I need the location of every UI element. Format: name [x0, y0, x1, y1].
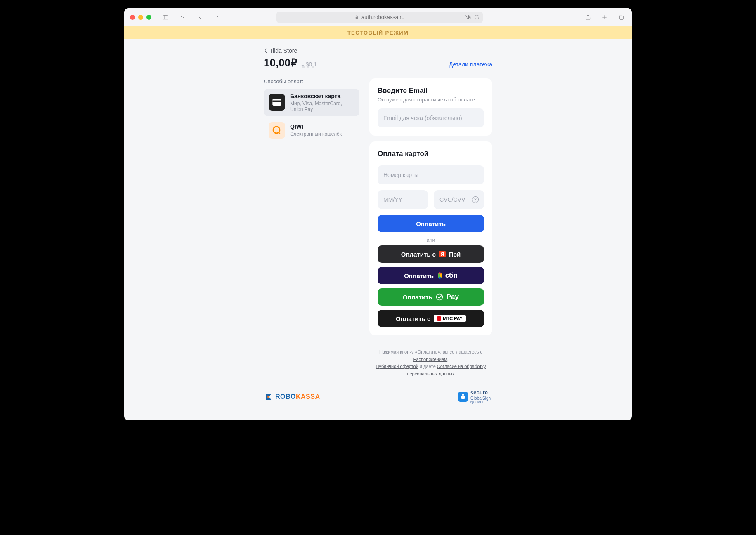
methods-title: Способы оплат:: [264, 78, 359, 85]
browser-window: auth.robokassa.ru ᴬあ ТЕСТОВЫЙ РЕЖИМ Tild…: [124, 8, 632, 420]
titlebar: auth.robokassa.ru ᴬあ: [124, 8, 632, 26]
email-panel: Введите Email Он нужен для отправки чека…: [369, 78, 492, 136]
card-number-input[interactable]: [378, 165, 484, 184]
email-sub: Он нужен для отправки чека об оплате: [378, 97, 484, 103]
svg-point-10: [436, 294, 442, 300]
reload-icon[interactable]: [474, 14, 480, 20]
price-value: 10,00₽: [264, 57, 298, 69]
qiwi-icon: [269, 122, 285, 139]
legal-link-offer[interactable]: Публичной офертой: [376, 364, 418, 369]
card-title: Оплата картой: [378, 150, 484, 158]
pay-button[interactable]: Оплатить: [378, 215, 484, 232]
price-approx[interactable]: ≈ $0.1: [301, 61, 317, 68]
tabs-icon[interactable]: [616, 12, 626, 22]
chevron-left-icon: [264, 48, 268, 53]
yandex-icon: Я: [439, 251, 446, 257]
payment-details-link[interactable]: Детали платежа: [449, 61, 492, 68]
legal-text: Нажимая кнопку «Оплатить», вы соглашаете…: [369, 349, 492, 377]
back-nav-icon[interactable]: [195, 12, 205, 22]
svg-rect-7: [272, 101, 281, 102]
sidebar-toggle-icon[interactable]: [161, 12, 170, 22]
card-panel: Оплата картой Оплатить или Опла: [369, 141, 492, 335]
forward-nav-icon[interactable]: [213, 12, 222, 22]
mts-pay-button[interactable]: Оплатить с МТС PAY: [378, 310, 484, 327]
sbp-pay-button[interactable]: Оплатить сбп: [378, 267, 484, 284]
lock-icon: [354, 15, 359, 19]
footer: ROBOKASSA secure GlobalSign by GMO: [264, 390, 492, 404]
translate-icon[interactable]: ᴬあ: [465, 14, 472, 21]
new-tab-icon[interactable]: [600, 12, 610, 22]
minimize-window-icon[interactable]: [138, 15, 143, 20]
mts-badge: МТС PAY: [434, 315, 466, 322]
back-link[interactable]: Tilda Store: [264, 47, 492, 54]
svg-rect-11: [461, 396, 465, 399]
card-expiry-input[interactable]: [378, 190, 428, 209]
methods-list: Способы оплат: Банковская карта Мир, Vis…: [264, 78, 359, 144]
help-icon[interactable]: [472, 196, 479, 203]
method-qiwi[interactable]: QIWI Электронный кошелёк: [264, 118, 359, 143]
svg-rect-5: [620, 16, 624, 19]
share-icon[interactable]: [583, 12, 593, 22]
sber-pay-button[interactable]: Оплатить Pay: [378, 288, 484, 306]
page-body: Tilda Store 10,00₽ ≈ $0.1 Детали платежа…: [124, 39, 632, 420]
method-label: QIWI: [290, 123, 342, 130]
sbp-logo-icon: сбп: [437, 271, 458, 280]
secure-badge: secure GlobalSign by GMO: [458, 390, 491, 404]
sber-check-icon: [436, 293, 443, 301]
method-sub: Электронный кошелёк: [290, 131, 342, 137]
method-sub: Мир, Visa, MasterCard, Union Pay: [290, 101, 354, 112]
chevron-down-icon[interactable]: [178, 12, 188, 22]
email-input[interactable]: [378, 108, 484, 127]
svg-rect-2: [356, 17, 358, 19]
back-label: Tilda Store: [269, 47, 297, 54]
email-title: Введите Email: [378, 87, 484, 95]
url-text: auth.robokassa.ru: [361, 14, 404, 20]
price: 10,00₽ ≈ $0.1: [264, 57, 317, 69]
traffic-lights: [130, 15, 151, 20]
card-icon: [269, 94, 285, 111]
yandex-pay-button[interactable]: Оплатить с Я Пэй: [378, 245, 484, 263]
method-label: Банковская карта: [290, 93, 354, 100]
maximize-window-icon[interactable]: [146, 15, 151, 20]
svg-rect-0: [163, 15, 168, 19]
robokassa-icon: [265, 393, 273, 401]
test-mode-banner: ТЕСТОВЫЙ РЕЖИМ: [124, 26, 632, 39]
legal-link-order[interactable]: Распоряжением: [413, 357, 447, 362]
robokassa-logo: ROBOKASSA: [265, 393, 320, 401]
svg-rect-6: [272, 99, 281, 106]
address-bar[interactable]: auth.robokassa.ru ᴬあ: [276, 12, 483, 23]
close-window-icon[interactable]: [130, 15, 135, 20]
or-divider: или: [378, 237, 484, 243]
shield-icon: [458, 392, 468, 402]
method-card[interactable]: Банковская карта Мир, Visa, MasterCard, …: [264, 89, 359, 116]
